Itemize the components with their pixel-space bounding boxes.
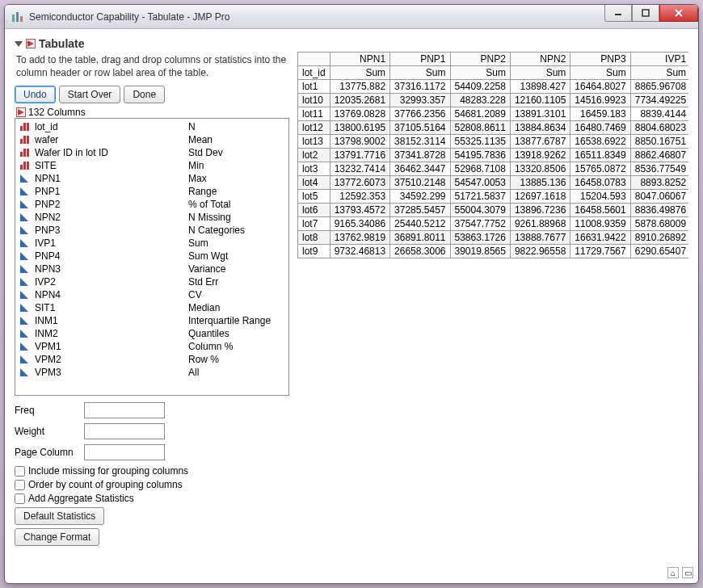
section-header[interactable]: Tabulate xyxy=(15,37,688,50)
column-item[interactable]: INM1 xyxy=(19,314,183,327)
data-cell[interactable]: 11008.9359 xyxy=(570,217,630,231)
data-cell[interactable]: 16511.8349 xyxy=(570,149,630,162)
data-cell[interactable]: 16458.0783 xyxy=(570,176,630,190)
data-cell[interactable]: 6290.65407 xyxy=(630,245,688,258)
row-header[interactable]: lot2 xyxy=(298,149,330,162)
statistic-item[interactable]: % of Total xyxy=(188,198,284,211)
stat-header[interactable]: Sum xyxy=(330,66,389,80)
table-row[interactable]: lot213791.771637341.872854195.783613918.… xyxy=(298,149,689,162)
data-cell[interactable]: 32993.357 xyxy=(390,94,450,107)
data-cell[interactable]: 55325.1135 xyxy=(450,135,510,149)
start-over-button[interactable]: Start Over xyxy=(59,86,121,103)
statistic-item[interactable]: Sum Wgt xyxy=(188,250,284,262)
column-item[interactable]: IVP2 xyxy=(19,275,183,288)
data-cell[interactable]: 15765.0872 xyxy=(570,162,630,176)
table-row[interactable]: lot512592.35334592.29951721.583712697.16… xyxy=(298,190,689,204)
data-cell[interactable]: 37766.2356 xyxy=(390,107,450,121)
column-header[interactable]: PNP2 xyxy=(450,52,510,66)
page-column-input[interactable] xyxy=(84,444,165,460)
data-cell[interactable]: 12035.2681 xyxy=(330,94,389,107)
data-cell[interactable]: 13762.9819 xyxy=(330,231,389,245)
default-statistics-button[interactable]: Default Statistics xyxy=(15,507,104,525)
statistic-item[interactable]: Variance xyxy=(188,262,284,275)
disclosure-icon[interactable] xyxy=(15,41,23,47)
column-item[interactable]: SIT1 xyxy=(19,301,183,314)
change-format-button[interactable]: Change Format xyxy=(15,528,99,546)
weight-input[interactable] xyxy=(84,423,165,439)
data-cell[interactable]: 13232.7414 xyxy=(330,162,389,176)
data-cell[interactable]: 13877.6787 xyxy=(510,135,570,149)
row-header[interactable]: lot3 xyxy=(298,162,330,176)
data-cell[interactable]: 51721.5837 xyxy=(450,190,510,204)
data-cell[interactable]: 13772.6073 xyxy=(330,176,389,190)
row-header[interactable]: lot1 xyxy=(298,80,330,94)
column-item[interactable]: wafer xyxy=(19,133,183,146)
close-button[interactable] xyxy=(659,5,698,22)
data-cell[interactable]: 36891.8011 xyxy=(390,231,450,245)
statistic-item[interactable]: Interquartile Range xyxy=(188,314,284,327)
columns-toggle-icon[interactable] xyxy=(16,107,26,117)
table-row[interactable]: lot413772.607337510.214854547.005313885.… xyxy=(298,176,689,190)
row-dimension-header[interactable]: lot_id xyxy=(298,66,330,80)
data-cell[interactable]: 39019.8565 xyxy=(450,245,510,258)
data-cell[interactable]: 8893.8252 xyxy=(630,176,688,190)
column-item[interactable]: NPN1 xyxy=(19,172,183,185)
column-item[interactable]: lot_id xyxy=(19,120,183,133)
data-cell[interactable]: 52968.7108 xyxy=(450,162,510,176)
statistic-item[interactable]: Mean xyxy=(188,133,284,146)
data-cell[interactable]: 16631.9422 xyxy=(570,231,630,245)
data-cell[interactable]: 48283.228 xyxy=(450,94,510,107)
column-item[interactable]: PNP1 xyxy=(19,185,183,198)
column-header[interactable]: PNP3 xyxy=(570,52,630,66)
data-cell[interactable]: 8850.16751 xyxy=(630,135,688,149)
data-cell[interactable]: 8910.26892 xyxy=(630,231,688,245)
column-item[interactable]: INM2 xyxy=(19,327,183,340)
column-header[interactable]: IVP1 xyxy=(630,52,688,66)
columns-header[interactable]: 132 Columns xyxy=(16,107,289,118)
table-row[interactable]: lot813762.981936891.801153863.172613888.… xyxy=(298,231,689,245)
data-cell[interactable]: 25440.5212 xyxy=(390,217,450,231)
column-item[interactable]: NPN3 xyxy=(19,262,183,275)
row-header[interactable]: lot5 xyxy=(298,190,330,204)
row-header[interactable]: lot4 xyxy=(298,176,330,190)
statistic-item[interactable]: Max xyxy=(188,172,284,185)
data-cell[interactable]: 11729.7567 xyxy=(570,245,630,258)
row-header[interactable]: lot10 xyxy=(298,94,330,107)
column-item[interactable]: Wafer ID in lot ID xyxy=(19,146,183,159)
data-cell[interactable]: 5878.68009 xyxy=(630,217,688,231)
statistic-item[interactable]: All xyxy=(188,366,284,379)
section-toggle-icon[interactable] xyxy=(26,39,36,48)
footer-home-icon[interactable]: ⌂ xyxy=(667,567,679,578)
stat-header[interactable]: Sum xyxy=(450,66,510,80)
data-cell[interactable]: 14516.9923 xyxy=(570,94,630,107)
data-cell[interactable]: 54409.2258 xyxy=(450,80,510,94)
data-cell[interactable]: 37510.2148 xyxy=(390,176,450,190)
data-cell[interactable]: 9261.88968 xyxy=(510,217,570,231)
minimize-button[interactable] xyxy=(604,5,632,22)
column-item[interactable]: SITE xyxy=(19,159,183,172)
column-item[interactable]: NPN4 xyxy=(19,288,183,301)
stat-header[interactable]: Sum xyxy=(510,66,570,80)
data-cell[interactable]: 16464.8027 xyxy=(570,80,630,94)
maximize-button[interactable] xyxy=(632,5,659,22)
statistic-item[interactable]: CV xyxy=(188,288,284,301)
table-row[interactable]: lot1213800.619537105.516452808.861113884… xyxy=(298,121,689,135)
data-cell[interactable]: 13896.7236 xyxy=(510,204,570,217)
statistic-item[interactable]: N xyxy=(188,120,284,133)
stat-header[interactable]: Sum xyxy=(390,66,450,80)
column-item[interactable]: PNP3 xyxy=(19,224,183,237)
column-item[interactable]: VPM1 xyxy=(19,340,183,353)
data-cell[interactable]: 13891.3101 xyxy=(510,107,570,121)
data-cell[interactable]: 16458.5601 xyxy=(570,204,630,217)
data-cell[interactable]: 13798.9002 xyxy=(330,135,389,149)
data-cell[interactable]: 16459.183 xyxy=(570,107,630,121)
data-cell[interactable]: 15204.593 xyxy=(570,190,630,204)
column-item[interactable]: PNP2 xyxy=(19,198,183,211)
stat-header[interactable]: Sum xyxy=(570,66,630,80)
footer-zoom-icon[interactable]: ▭ xyxy=(682,567,693,578)
data-cell[interactable]: 38152.3114 xyxy=(390,135,450,149)
data-cell[interactable]: 13885.136 xyxy=(510,176,570,190)
data-cell[interactable]: 37105.5164 xyxy=(390,121,450,135)
stat-header[interactable]: Sum xyxy=(630,66,688,80)
column-header[interactable]: NPN2 xyxy=(510,52,570,66)
